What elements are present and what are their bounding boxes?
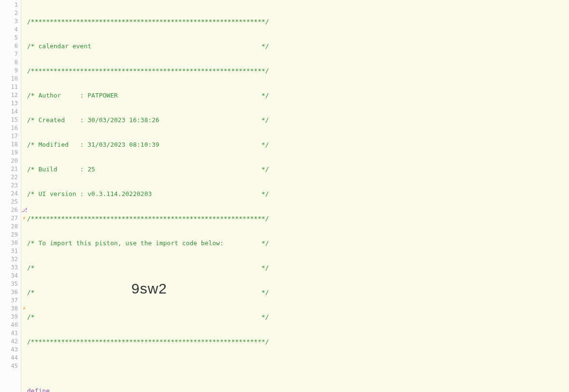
comment: /* Author : PATPOWER */	[27, 91, 269, 99]
comment: /***************************************…	[27, 214, 269, 223]
line-num: 28	[0, 223, 18, 231]
line-num: 11	[0, 83, 18, 91]
comment: /* UI version : v0.3.114.20220203 */	[27, 190, 269, 198]
line-num: 20	[0, 157, 18, 165]
line-num: 30	[0, 239, 18, 247]
line-num: 10	[0, 75, 18, 83]
bolt-icon: ⚡	[21, 214, 27, 223]
line-num: 31	[0, 247, 18, 255]
line-num: 37	[0, 296, 18, 305]
comment: /* Build : 25 */	[27, 165, 269, 173]
line-num: 38	[0, 305, 18, 313]
line-num: 13	[0, 99, 18, 108]
line-num: 2	[0, 9, 18, 17]
line-num: 18	[0, 140, 18, 149]
comment: /* */	[27, 264, 269, 272]
line-num: 39	[0, 313, 18, 321]
line-num: 21	[0, 165, 18, 173]
line-num: 25	[0, 198, 18, 206]
code-area[interactable]: /***************************************…	[27, 0, 569, 392]
line-num: 9	[0, 67, 18, 75]
line-num: 16	[0, 124, 18, 132]
line-num: 26	[0, 206, 18, 214]
line-num: 44	[0, 354, 18, 362]
line-num: 5	[0, 34, 18, 42]
line-num: 6	[0, 42, 18, 50]
line-num: 3	[0, 17, 18, 26]
comment: /***************************************…	[27, 337, 269, 346]
line-num: 36	[0, 288, 18, 296]
line-num: 17	[0, 132, 18, 140]
comment: /***************************************…	[27, 17, 269, 26]
line-num: 12	[0, 91, 18, 99]
line-num: 22	[0, 173, 18, 182]
line-num: 23	[0, 182, 18, 190]
line-num: 8	[0, 58, 18, 67]
line-num: 41	[0, 329, 18, 337]
comment: /* calendar event */	[27, 42, 269, 50]
line-num: 40	[0, 321, 18, 329]
line-num: 45	[0, 362, 18, 370]
annotation-column: ⎇ ⚡ ⚡	[21, 0, 27, 392]
comment: /* Created : 30/03/2023 16:38:26 */	[27, 116, 269, 124]
line-num: 34	[0, 272, 18, 280]
comment: /* To import this piston, use the import…	[27, 239, 269, 247]
line-num: 43	[0, 346, 18, 354]
comment: /* Modified : 31/03/2023 08:10:39 */	[27, 140, 269, 149]
line-num: 4	[0, 26, 18, 34]
import-code: 9sw2	[131, 284, 167, 293]
line-num: 42	[0, 337, 18, 346]
line-num: 1	[0, 1, 18, 9]
line-num: 24	[0, 190, 18, 198]
keyword-define: define	[27, 387, 50, 392]
line-num: 14	[0, 108, 18, 116]
bolt-icon: ⚡	[21, 305, 27, 313]
comment: /***************************************…	[27, 67, 269, 75]
branch-icon: ⎇	[21, 206, 27, 214]
line-num: 19	[0, 149, 18, 157]
line-num: 35	[0, 280, 18, 288]
comment: /* */	[27, 313, 269, 321]
line-num: 32	[0, 255, 18, 264]
line-num: 15	[0, 116, 18, 124]
line-num: 29	[0, 231, 18, 239]
line-num: 27	[0, 214, 18, 223]
line-num: 33	[0, 264, 18, 272]
line-num: 7	[0, 50, 18, 58]
line-number-gutter: 1 2 3 4 5 6 7 8 9 10 11 12 13 14 15 16 1…	[0, 0, 21, 392]
code-editor: 1 2 3 4 5 6 7 8 9 10 11 12 13 14 15 16 1…	[0, 0, 569, 392]
